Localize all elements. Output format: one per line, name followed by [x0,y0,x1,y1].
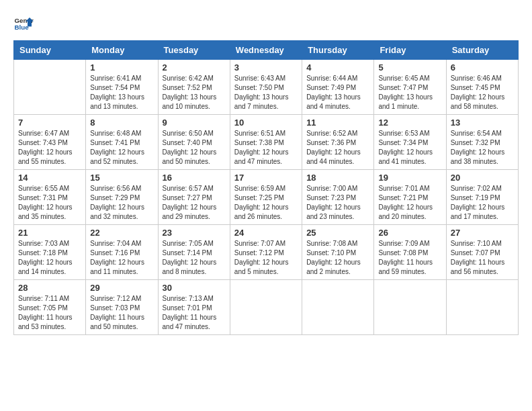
calendar-cell: 4 Sunrise: 6:44 AMSunset: 7:49 PMDayligh… [302,60,374,115]
day-info: Sunrise: 6:41 AMSunset: 7:54 PMDaylight:… [90,74,153,111]
day-info: Sunrise: 6:46 AMSunset: 7:45 PMDaylight:… [451,74,514,111]
day-info: Sunrise: 7:09 AMSunset: 7:08 PMDaylight:… [378,239,441,277]
calendar-cell: 14 Sunrise: 6:55 AMSunset: 7:31 PMDaylig… [14,170,86,225]
calendar-cell: 20 Sunrise: 7:02 AMSunset: 7:19 PMDaylig… [446,170,518,225]
weekday-header-friday: Friday [374,41,446,60]
day-number: 17 [234,173,298,183]
day-info: Sunrise: 6:44 AMSunset: 7:49 PMDaylight:… [306,74,369,111]
calendar-cell: 27 Sunrise: 7:10 AMSunset: 7:07 PMDaylig… [446,225,518,280]
calendar-cell: 18 Sunrise: 7:00 AMSunset: 7:23 PMDaylig… [302,170,374,225]
calendar-table: SundayMondayTuesdayWednesdayThursdayFrid… [13,40,519,335]
calendar-cell: 25 Sunrise: 7:08 AMSunset: 7:10 PMDaylig… [302,225,374,280]
day-info: Sunrise: 7:03 AMSunset: 7:18 PMDaylight:… [18,239,81,277]
day-number: 1 [90,62,153,73]
day-number: 18 [306,173,369,183]
day-number: 13 [451,118,514,128]
day-number: 22 [90,228,153,238]
weekday-header-wednesday: Wednesday [230,41,302,60]
day-info: Sunrise: 7:12 AMSunset: 7:03 PMDaylight:… [90,294,153,332]
calendar-cell: 15 Sunrise: 6:56 AMSunset: 7:29 PMDaylig… [86,170,158,225]
calendar-cell: 9 Sunrise: 6:50 AMSunset: 7:40 PMDayligh… [158,115,230,170]
day-info: Sunrise: 6:42 AMSunset: 7:52 PMDaylight:… [163,74,226,111]
day-number: 5 [378,62,441,73]
calendar-cell: 7 Sunrise: 6:47 AMSunset: 7:43 PMDayligh… [14,115,86,170]
header: General Blue [13,13,519,34]
calendar-cell [302,280,374,335]
day-number: 15 [90,173,153,183]
day-info: Sunrise: 7:01 AMSunset: 7:21 PMDaylight:… [378,184,441,222]
day-info: Sunrise: 6:43 AMSunset: 7:50 PMDaylight:… [234,74,298,111]
day-number: 8 [90,118,153,128]
weekday-header-tuesday: Tuesday [158,41,230,60]
calendar-cell [14,60,86,115]
day-info: Sunrise: 6:57 AMSunset: 7:27 PMDaylight:… [163,184,226,222]
day-number: 7 [18,118,81,128]
calendar-cell: 2 Sunrise: 6:42 AMSunset: 7:52 PMDayligh… [158,60,230,115]
day-info: Sunrise: 7:00 AMSunset: 7:23 PMDaylight:… [306,184,369,222]
logo: General Blue [13,13,34,34]
day-number: 21 [18,228,81,238]
day-info: Sunrise: 6:45 AMSunset: 7:47 PMDaylight:… [378,74,441,111]
calendar-cell: 26 Sunrise: 7:09 AMSunset: 7:08 PMDaylig… [374,225,446,280]
calendar-cell: 29 Sunrise: 7:12 AMSunset: 7:03 PMDaylig… [86,280,158,335]
weekday-header-row: SundayMondayTuesdayWednesdayThursdayFrid… [14,41,519,60]
calendar-cell [446,280,518,335]
day-number: 25 [306,228,369,238]
day-number: 19 [378,173,441,183]
day-info: Sunrise: 6:50 AMSunset: 7:40 PMDaylight:… [163,129,226,167]
calendar-cell: 24 Sunrise: 7:07 AMSunset: 7:12 PMDaylig… [230,225,302,280]
week-row-5: 28 Sunrise: 7:11 AMSunset: 7:05 PMDaylig… [14,280,519,335]
day-number: 9 [163,118,226,128]
day-info: Sunrise: 7:04 AMSunset: 7:16 PMDaylight:… [90,239,153,277]
day-number: 12 [378,118,441,128]
day-number: 24 [234,228,298,238]
day-info: Sunrise: 7:10 AMSunset: 7:07 PMDaylight:… [451,239,514,277]
calendar-cell: 5 Sunrise: 6:45 AMSunset: 7:47 PMDayligh… [374,60,446,115]
day-number: 3 [234,62,298,73]
day-number: 16 [163,173,226,183]
day-number: 28 [18,283,81,293]
day-info: Sunrise: 7:07 AMSunset: 7:12 PMDaylight:… [234,239,298,277]
day-number: 10 [234,118,298,128]
calendar-cell: 19 Sunrise: 7:01 AMSunset: 7:21 PMDaylig… [374,170,446,225]
day-info: Sunrise: 6:52 AMSunset: 7:36 PMDaylight:… [306,129,369,167]
weekday-header-sunday: Sunday [14,41,86,60]
day-number: 30 [163,283,226,293]
day-info: Sunrise: 7:13 AMSunset: 7:01 PMDaylight:… [163,294,226,332]
day-info: Sunrise: 6:54 AMSunset: 7:32 PMDaylight:… [451,129,514,167]
calendar-cell: 11 Sunrise: 6:52 AMSunset: 7:36 PMDaylig… [302,115,374,170]
calendar-cell: 6 Sunrise: 6:46 AMSunset: 7:45 PMDayligh… [446,60,518,115]
day-number: 20 [451,173,514,183]
calendar-cell: 12 Sunrise: 6:53 AMSunset: 7:34 PMDaylig… [374,115,446,170]
day-info: Sunrise: 6:53 AMSunset: 7:34 PMDaylight:… [378,129,441,167]
calendar-cell: 21 Sunrise: 7:03 AMSunset: 7:18 PMDaylig… [14,225,86,280]
day-number: 23 [163,228,226,238]
week-row-3: 14 Sunrise: 6:55 AMSunset: 7:31 PMDaylig… [14,170,519,225]
calendar-cell: 10 Sunrise: 6:51 AMSunset: 7:38 PMDaylig… [230,115,302,170]
weekday-header-thursday: Thursday [302,41,374,60]
calendar-cell: 3 Sunrise: 6:43 AMSunset: 7:50 PMDayligh… [230,60,302,115]
calendar-cell: 17 Sunrise: 6:59 AMSunset: 7:25 PMDaylig… [230,170,302,225]
day-number: 14 [18,173,81,183]
calendar-cell: 1 Sunrise: 6:41 AMSunset: 7:54 PMDayligh… [86,60,158,115]
week-row-2: 7 Sunrise: 6:47 AMSunset: 7:43 PMDayligh… [14,115,519,170]
day-number: 4 [306,62,369,73]
day-number: 29 [90,283,153,293]
day-number: 11 [306,118,369,128]
day-info: Sunrise: 6:56 AMSunset: 7:29 PMDaylight:… [90,184,153,222]
day-info: Sunrise: 6:47 AMSunset: 7:43 PMDaylight:… [18,129,81,167]
logo-icon: General Blue [13,13,34,34]
calendar-cell: 23 Sunrise: 7:05 AMSunset: 7:14 PMDaylig… [158,225,230,280]
day-number: 6 [451,62,514,73]
day-info: Sunrise: 6:51 AMSunset: 7:38 PMDaylight:… [234,129,298,167]
calendar-cell: 16 Sunrise: 6:57 AMSunset: 7:27 PMDaylig… [158,170,230,225]
weekday-header-saturday: Saturday [446,41,518,60]
weekday-header-monday: Monday [86,41,158,60]
day-info: Sunrise: 6:59 AMSunset: 7:25 PMDaylight:… [234,184,298,222]
day-number: 2 [163,62,226,73]
week-row-4: 21 Sunrise: 7:03 AMSunset: 7:18 PMDaylig… [14,225,519,280]
day-info: Sunrise: 6:55 AMSunset: 7:31 PMDaylight:… [18,184,81,222]
day-number: 26 [378,228,441,238]
svg-text:Blue: Blue [15,24,30,31]
calendar-cell: 22 Sunrise: 7:04 AMSunset: 7:16 PMDaylig… [86,225,158,280]
